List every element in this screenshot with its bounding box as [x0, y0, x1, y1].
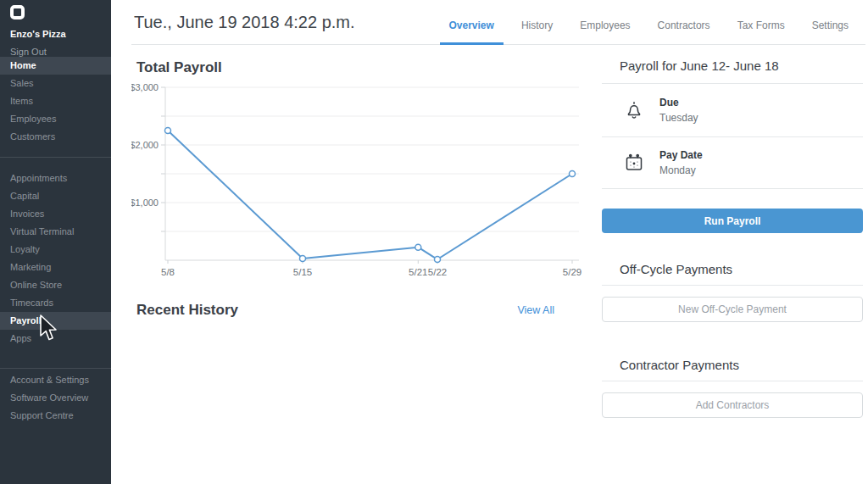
divider: [602, 188, 863, 189]
svg-text:$2,000: $2,000: [131, 140, 159, 150]
total-payroll-chart: $3,000$2,000$1,0005/85/155/215/225/29: [131, 79, 584, 280]
chart-point-5-29: [570, 171, 576, 177]
chart-point-5-15: [300, 255, 306, 261]
sidebar-group: HomeSalesItemsEmployeesCustomers: [0, 53, 111, 157]
page-title-date: Tue., June 19 2018 4:22 p.m.: [134, 13, 355, 32]
run-payroll-button[interactable]: Run Payroll: [602, 209, 863, 233]
tab-contractors[interactable]: Contractors: [658, 0, 710, 45]
sidebar-header: Enzo's Pizza Sign Out: [0, 0, 111, 53]
sidebar-item-home[interactable]: Home: [0, 57, 111, 75]
svg-text:$3,000: $3,000: [131, 82, 159, 92]
tab-tax-forms[interactable]: Tax Forms: [737, 0, 785, 45]
square-logo-icon: [10, 5, 25, 19]
pay-date-label: Pay Date: [659, 149, 703, 161]
sidebar-group: AppointmentsCapitalInvoicesVirtual Termi…: [0, 157, 111, 368]
sidebar-item-customers[interactable]: Customers: [0, 128, 111, 146]
new-off-cycle-payment-button[interactable]: New Off-Cycle Payment: [602, 297, 863, 322]
sidebar-item-items[interactable]: Items: [0, 92, 111, 110]
sidebar-groups: HomeSalesItemsEmployeesCustomersAppointm…: [0, 53, 111, 433]
due-value: Tuesday: [659, 112, 698, 124]
tab-history[interactable]: History: [521, 0, 553, 45]
sidebar-item-software-overview[interactable]: Software Overview: [0, 389, 111, 407]
sidebar-item-loyalty[interactable]: Loyalty: [0, 241, 111, 259]
recent-history-header: Recent History View All: [131, 302, 554, 319]
view-all-link[interactable]: View All: [517, 304, 554, 316]
due-text: Due Tuesday: [659, 97, 698, 124]
sidebar-item-payroll[interactable]: Payroll: [0, 312, 111, 330]
svg-text:$1,000: $1,000: [131, 197, 159, 208]
chart-point-5-21: [415, 244, 421, 250]
svg-text:5/22: 5/22: [428, 267, 447, 277]
add-contractors-button[interactable]: Add Contractors: [602, 392, 863, 418]
sidebar-item-support-centre[interactable]: Support Centre: [0, 407, 111, 425]
sidebar-item-employees[interactable]: Employees: [0, 110, 111, 128]
svg-text:5/15: 5/15: [293, 267, 312, 277]
tab-overview[interactable]: Overview: [449, 0, 494, 45]
tab-settings[interactable]: Settings: [812, 0, 849, 45]
business-name: Enzo's Pizza: [10, 29, 111, 39]
payroll-period-title: Payroll for June 12- June 18: [602, 45, 863, 83]
sidebar: Enzo's Pizza Sign Out HomeSalesItemsEmpl…: [0, 0, 111, 484]
chart-point-5-22: [435, 256, 441, 262]
tab-bar: OverviewHistoryEmployeesContractorsTax F…: [449, 0, 849, 45]
top-header: Tue., June 19 2018 4:22 p.m. OverviewHis…: [111, 0, 868, 45]
chart-wrap: $3,000$2,000$1,0005/85/155/215/225/29: [131, 79, 584, 283]
sidebar-item-virtual-terminal[interactable]: Virtual Terminal: [0, 223, 111, 241]
bell-icon: [624, 100, 644, 120]
main-content: Total Payroll $3,000$2,000$1,0005/85/155…: [131, 45, 584, 319]
due-row: Due Tuesday: [602, 84, 863, 136]
contractor-title: Contractor Payments: [602, 358, 863, 381]
sidebar-item-appointments[interactable]: Appointments: [0, 170, 111, 187]
sidebar-group: Account & SettingsSoftware OverviewSuppo…: [0, 368, 111, 433]
sidebar-item-marketing[interactable]: Marketing: [0, 259, 111, 276]
sidebar-item-invoices[interactable]: Invoices: [0, 205, 111, 223]
sidebar-item-online-store[interactable]: Online Store: [0, 276, 111, 294]
chart-point-5-8: [165, 128, 171, 134]
pay-date-value: Monday: [659, 164, 703, 176]
chart-title: Total Payroll: [136, 59, 584, 76]
off-cycle-title: Off-Cycle Payments: [602, 262, 863, 285]
contractor-section: Contractor Payments Add Contractors: [602, 358, 863, 418]
sidebar-item-capital[interactable]: Capital: [0, 187, 111, 205]
sidebar-item-account-settings[interactable]: Account & Settings: [0, 371, 111, 389]
sidebar-item-apps[interactable]: Apps: [0, 330, 111, 348]
pay-date-text: Pay Date Monday: [659, 149, 703, 176]
svg-text:5/29: 5/29: [563, 267, 581, 277]
sidebar-item-sales[interactable]: Sales: [0, 75, 111, 92]
sidebar-item-timecards[interactable]: Timecards: [0, 294, 111, 312]
svg-text:5/8: 5/8: [161, 267, 175, 277]
recent-history-title: Recent History: [136, 302, 238, 319]
divider: [602, 381, 863, 381]
pay-date-row: Pay Date Monday: [602, 137, 863, 188]
divider: [602, 285, 863, 286]
off-cycle-section: Off-Cycle Payments New Off-Cycle Payment: [602, 262, 863, 322]
due-label: Due: [659, 97, 698, 108]
payroll-side-panel: Payroll for June 12- June 18 Due Tuesday: [602, 45, 863, 418]
payroll-dashboard: Enzo's Pizza Sign Out HomeSalesItemsEmpl…: [0, 0, 868, 484]
calendar-icon: [624, 153, 644, 173]
tab-employees[interactable]: Employees: [580, 0, 630, 45]
svg-text:5/21: 5/21: [409, 267, 427, 277]
